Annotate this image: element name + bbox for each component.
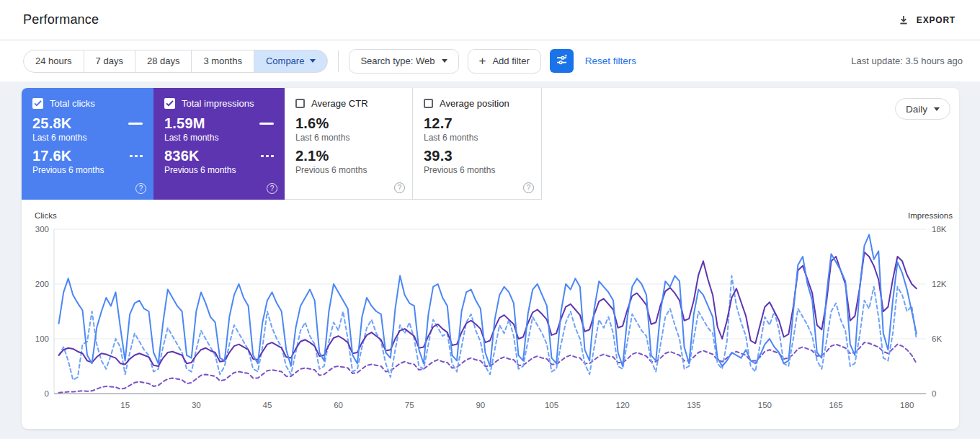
metric-value-previous: 2.1% bbox=[295, 148, 329, 164]
reset-filters-link[interactable]: Reset filters bbox=[585, 56, 636, 66]
content-area: Total clicks 25.8K Last 6 months 17.6K P… bbox=[0, 81, 980, 429]
series-clicks-previous-6-months bbox=[59, 276, 917, 380]
x-axis-tick: 60 bbox=[334, 401, 343, 409]
checkbox-unchecked-icon[interactable] bbox=[295, 99, 305, 108]
chevron-down-icon bbox=[934, 107, 940, 111]
tab-24-hours[interactable]: 24 hours bbox=[23, 50, 84, 73]
help-icon[interactable]: ? bbox=[267, 183, 277, 194]
metric-card-average-position[interactable]: Average position 12.7 Last 6 months 39.3… bbox=[413, 88, 542, 200]
chevron-down-icon bbox=[310, 59, 316, 63]
checkbox-unchecked-icon[interactable] bbox=[424, 99, 433, 108]
performance-panel: Total clicks 25.8K Last 6 months 17.6K P… bbox=[22, 88, 959, 429]
metric-caption: Last 6 months bbox=[164, 133, 274, 143]
y-axis-right-tick: 18K bbox=[932, 225, 947, 234]
metric-caption: Last 6 months bbox=[295, 133, 401, 143]
x-axis-tick: 45 bbox=[263, 401, 272, 409]
metric-card-label: Total clicks bbox=[50, 98, 95, 109]
dashed-line-legend-icon bbox=[261, 155, 274, 157]
x-axis-tick: 180 bbox=[900, 401, 914, 409]
series-impressions-previous-6-months bbox=[59, 342, 917, 393]
help-icon[interactable]: ? bbox=[523, 182, 534, 193]
metric-value-previous: 17.6K bbox=[32, 148, 71, 164]
x-axis-tick: 15 bbox=[120, 401, 130, 409]
metric-card-total-clicks[interactable]: Total clicks 25.8K Last 6 months 17.6K P… bbox=[22, 88, 153, 200]
metric-caption: Previous 6 months bbox=[295, 165, 401, 175]
checkbox-checked-icon[interactable] bbox=[164, 98, 175, 109]
y-axis-left-tick: 100 bbox=[35, 334, 49, 343]
series-impressions-last-6-months bbox=[59, 252, 917, 366]
y-axis-right-tick: 6K bbox=[932, 334, 942, 343]
metric-caption: Previous 6 months bbox=[424, 165, 530, 175]
dashed-line-legend-icon bbox=[130, 155, 143, 157]
series-clicks-last-6-months bbox=[59, 235, 917, 366]
metric-caption: Previous 6 months bbox=[164, 165, 274, 175]
metric-cards-row: Total clicks 25.8K Last 6 months 17.6K P… bbox=[22, 88, 959, 200]
metric-card-average-ctr[interactable]: Average CTR 1.6% Last 6 months 2.1% Prev… bbox=[285, 88, 413, 200]
chevron-down-icon bbox=[442, 59, 447, 63]
add-filter-label: Add filter bbox=[492, 56, 529, 66]
tab-7-days[interactable]: 7 days bbox=[84, 50, 135, 73]
tab-28-days[interactable]: 28 days bbox=[135, 50, 192, 73]
compare-dropdown[interactable]: Compare bbox=[254, 50, 328, 73]
y-axis-left-title: Clicks bbox=[35, 211, 57, 220]
metric-value-previous: 836K bbox=[164, 148, 200, 164]
page-title: Performance bbox=[23, 12, 99, 27]
y-axis-left-tick: 0 bbox=[45, 389, 49, 398]
performance-chart[interactable]: ClicksImpressions001006K20012K30018K1530… bbox=[22, 205, 958, 423]
x-axis-tick: 75 bbox=[405, 401, 414, 409]
metric-card-total-impressions[interactable]: Total impressions 1.59M Last 6 months 83… bbox=[153, 88, 285, 200]
filter-settings-button[interactable] bbox=[550, 49, 574, 73]
y-axis-left-tick: 200 bbox=[35, 280, 49, 288]
x-axis-tick: 120 bbox=[616, 401, 630, 409]
export-label: EXPORT bbox=[917, 15, 956, 25]
last-update-text: Last update: 3.5 hours ago bbox=[851, 56, 963, 66]
x-axis-tick: 90 bbox=[476, 401, 485, 409]
checkbox-checked-icon[interactable] bbox=[32, 98, 43, 109]
metric-value-previous: 39.3 bbox=[424, 148, 453, 164]
app-header: Performance EXPORT bbox=[0, 0, 980, 40]
download-icon bbox=[898, 14, 909, 26]
search-type-dropdown[interactable]: Search type: Web bbox=[349, 49, 458, 74]
date-range-tabs: 24 hours 7 days 28 days 3 months Compare bbox=[23, 50, 328, 73]
metric-caption: Last 6 months bbox=[32, 133, 143, 143]
metric-card-label: Total impressions bbox=[182, 98, 254, 109]
plus-icon: + bbox=[479, 55, 486, 67]
metric-caption: Previous 6 months bbox=[32, 165, 143, 175]
metric-value-current: 1.59M bbox=[164, 115, 205, 132]
tab-3-months[interactable]: 3 months bbox=[191, 50, 254, 73]
metric-caption: Last 6 months bbox=[424, 133, 530, 143]
granularity-label: Daily bbox=[906, 104, 927, 115]
solid-line-legend-icon bbox=[128, 123, 143, 125]
x-axis-tick: 30 bbox=[192, 401, 201, 409]
metric-value-current: 12.7 bbox=[424, 115, 453, 132]
y-axis-right-tick: 0 bbox=[932, 389, 936, 398]
chart-container: ClicksImpressions001006K20012K30018K1530… bbox=[22, 200, 959, 426]
metric-card-label: Average position bbox=[440, 98, 509, 109]
y-axis-left-tick: 300 bbox=[35, 225, 49, 234]
export-button[interactable]: EXPORT bbox=[891, 9, 963, 32]
help-icon[interactable]: ? bbox=[394, 182, 405, 193]
y-axis-right-tick: 12K bbox=[932, 280, 947, 288]
help-icon[interactable]: ? bbox=[135, 183, 146, 194]
metric-value-current: 1.6% bbox=[295, 115, 329, 132]
granularity-dropdown[interactable]: Daily bbox=[895, 98, 950, 120]
metric-card-label: Average CTR bbox=[311, 98, 368, 109]
tune-icon bbox=[555, 53, 569, 69]
x-axis-tick: 165 bbox=[829, 401, 842, 409]
metric-value-current: 25.8K bbox=[32, 115, 71, 132]
x-axis-tick: 135 bbox=[687, 401, 700, 409]
filter-bar: 24 hours 7 days 28 days 3 months Compare… bbox=[0, 40, 980, 81]
solid-line-legend-icon bbox=[259, 123, 274, 125]
search-type-label: Search type: Web bbox=[360, 56, 435, 66]
x-axis-tick: 105 bbox=[545, 401, 558, 409]
add-filter-button[interactable]: + Add filter bbox=[468, 49, 541, 74]
x-axis-tick: 150 bbox=[758, 401, 772, 409]
y-axis-right-title: Impressions bbox=[908, 211, 953, 220]
divider bbox=[338, 50, 339, 72]
compare-label: Compare bbox=[266, 56, 304, 66]
